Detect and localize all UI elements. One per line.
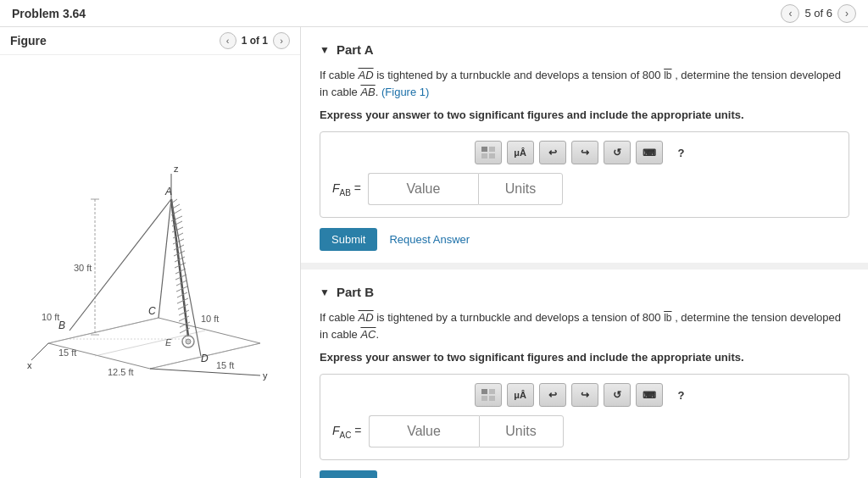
force-unit-2: lb	[664, 312, 671, 324]
part-b-toolbar: μÂ ↩ ↪ ↺ ⌨ ?	[332, 383, 837, 407]
part-b-instruction: Express your answer to two significant f…	[320, 351, 849, 364]
svg-text:C: C	[148, 305, 156, 317]
part-a-input-row: FAB =	[332, 173, 837, 205]
part-a-section: ▼ Part A If cable AD is tightened by a t…	[301, 27, 868, 270]
keyboard-button-a[interactable]: ⌨	[636, 141, 663, 164]
part-a-toolbar: μÂ ↩ ↪ ↺ ⌨ ?	[332, 141, 837, 164]
svg-rect-60	[481, 396, 487, 401]
svg-rect-54	[481, 147, 487, 152]
svg-text:y: y	[263, 370, 268, 381]
problem-count: 5 of 6	[804, 7, 832, 19]
svg-rect-59	[489, 389, 495, 394]
main-layout: Figure ‹ 1 of 1 ›	[0, 27, 868, 478]
svg-line-13	[174, 245, 184, 250]
figure-page: 1 of 1	[242, 35, 268, 47]
undo-button-b[interactable]: ↩	[539, 383, 566, 407]
cable-ad-2: AD	[359, 311, 374, 324]
page-header: Problem 3.64 ‹ 5 of 6 ›	[0, 0, 868, 27]
svg-line-24	[179, 310, 189, 315]
part-a-input-label: FAB =	[332, 181, 361, 197]
svg-rect-58	[481, 389, 487, 394]
svg-line-30	[159, 199, 171, 318]
part-b-arrow: ▼	[320, 286, 330, 298]
matrix-icon	[481, 146, 496, 159]
svg-line-26	[180, 322, 190, 327]
help-button-a[interactable]: ?	[668, 141, 695, 164]
figure-svg: z x y A B C D E 30 ft 10 ft	[23, 148, 277, 386]
part-b-header: ▼ Part B	[320, 285, 849, 299]
part-b-label: Part B	[337, 285, 374, 299]
part-b-problem-text: If cable AD is tightened by a turnbuckle…	[320, 309, 849, 342]
svg-rect-56	[481, 153, 487, 158]
part-b-units-input[interactable]	[479, 415, 564, 447]
cable-ad-1: AD	[359, 69, 374, 81]
svg-text:D: D	[201, 353, 209, 364]
undo-button-a[interactable]: ↩	[539, 141, 566, 164]
mu-button-a[interactable]: μÂ	[507, 141, 534, 164]
matrix-button-b[interactable]	[475, 383, 502, 407]
figure-header: Figure ‹ 1 of 1 ›	[0, 27, 300, 55]
svg-text:x: x	[27, 360, 32, 370]
cable-ab: AB	[360, 86, 375, 98]
svg-line-14	[174, 251, 185, 256]
force-unit-1: lb	[664, 69, 671, 81]
part-b-submit-button[interactable]: Submit	[320, 470, 377, 478]
svg-point-52	[186, 339, 191, 344]
part-b-answer-box: μÂ ↩ ↪ ↺ ⌨ ? FAC =	[320, 374, 849, 460]
svg-text:12.5 ft: 12.5 ft	[108, 367, 134, 377]
nav-controls: ‹ 5 of 6 ›	[781, 4, 856, 23]
keyboard-button-b[interactable]: ⌨	[636, 383, 663, 407]
svg-text:10 ft: 10 ft	[42, 312, 59, 322]
left-panel: Figure ‹ 1 of 1 ›	[0, 27, 301, 478]
next-problem-button[interactable]: ›	[837, 4, 856, 23]
problem-title: Problem 3.64	[12, 7, 86, 20]
figure-area: z x y A B C D E 30 ft 10 ft	[0, 55, 300, 478]
mu-button-b[interactable]: μÂ	[507, 383, 534, 407]
right-panel: ▼ Part A If cable AD is tightened by a t…	[301, 27, 868, 478]
svg-text:30 ft: 30 ft	[74, 263, 92, 273]
svg-text:A: A	[164, 186, 172, 197]
svg-text:10 ft: 10 ft	[201, 314, 219, 324]
part-a-units-input[interactable]	[478, 173, 563, 205]
matrix-icon-b	[481, 388, 496, 402]
svg-line-33	[31, 343, 48, 360]
cable-ac: AC	[360, 328, 376, 341]
part-a-answer-box: μÂ ↩ ↪ ↺ ⌨ ? FAB =	[320, 131, 849, 218]
svg-text:15 ft: 15 ft	[216, 360, 234, 370]
prev-problem-button[interactable]: ‹	[781, 4, 799, 23]
figure-label: Figure	[10, 34, 47, 47]
part-a-submit-button[interactable]: Submit	[320, 228, 377, 251]
help-button-b[interactable]: ?	[668, 383, 695, 407]
next-figure-button[interactable]: ›	[273, 32, 290, 49]
part-a-problem-text: If cable AD is tightened by a turnbuckle…	[320, 67, 849, 100]
refresh-button-b[interactable]: ↺	[604, 383, 631, 407]
part-a-instruction: Express your answer to two significant f…	[320, 108, 849, 121]
part-a-header: ▼ Part A	[320, 42, 849, 57]
part-b-input-row: FAC =	[332, 415, 837, 447]
svg-line-29	[171, 199, 201, 356]
part-b-input-label: FAC =	[332, 424, 362, 440]
part-a-value-input[interactable]	[368, 173, 478, 205]
svg-rect-61	[489, 396, 495, 401]
figure-nav: ‹ 1 of 1 ›	[220, 32, 290, 49]
svg-rect-55	[489, 147, 495, 152]
svg-text:z: z	[174, 164, 179, 174]
figure-ref-link[interactable]: (Figure 1)	[381, 86, 429, 98]
redo-button-b[interactable]: ↪	[571, 383, 598, 407]
part-b-action-row: Submit	[320, 470, 849, 478]
prev-figure-button[interactable]: ‹	[220, 32, 236, 49]
matrix-button-a[interactable]	[475, 141, 502, 164]
part-a-arrow: ▼	[320, 44, 330, 56]
refresh-button-a[interactable]: ↺	[604, 141, 631, 164]
part-a-request-link[interactable]: Request Answer	[389, 233, 470, 246]
svg-rect-57	[489, 153, 495, 158]
svg-line-23	[178, 304, 188, 309]
part-a-label: Part A	[337, 42, 374, 57]
part-b-value-input[interactable]	[369, 415, 479, 447]
svg-line-25	[179, 316, 189, 321]
svg-line-35	[150, 369, 260, 375]
part-a-action-row: Submit Request Answer	[320, 228, 849, 251]
svg-text:15 ft: 15 ft	[58, 347, 76, 358]
redo-button-a[interactable]: ↪	[571, 141, 598, 164]
part-b-section: ▼ Part B If cable AD is tightened by a t…	[301, 270, 868, 478]
